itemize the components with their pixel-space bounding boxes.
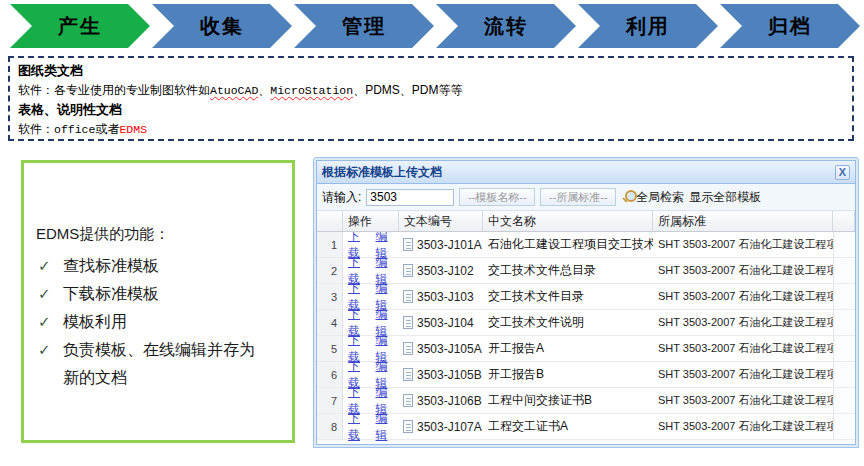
note-line: 图纸类文档 <box>18 61 844 81</box>
document-icon <box>403 368 413 381</box>
table-row[interactable]: 8下载编辑3503-J107A工程交工证书ASHT 3503-2007 石油化工… <box>317 414 855 440</box>
features-title: EDMS提供的功能： <box>36 225 282 244</box>
note-segment: 表格、说明性文档 <box>18 102 122 117</box>
template-name-filter[interactable]: --模板名称-- <box>459 188 535 206</box>
close-icon[interactable]: X <box>835 165 850 180</box>
search-input[interactable] <box>366 189 454 206</box>
document-code: 3503-J107A <box>417 420 482 434</box>
note-segment: 、PDMS、PDM等等 <box>353 83 462 97</box>
document-name: 交工技术文件总目录 <box>483 258 653 283</box>
process-step-label: 产生 <box>58 13 102 40</box>
process-step-1: 产生 <box>10 4 150 48</box>
check-icon: ✓ <box>38 308 51 336</box>
row-actions: 下载编辑 <box>343 414 399 439</box>
slide-root: 产生收集管理流转利用归档 图纸类文档软件：各专业使用的专业制图软件如AtuoCA… <box>0 0 864 466</box>
check-icon: ✓ <box>38 280 51 308</box>
document-standard: SHT 3503-2007 石油化工建设工程项目交工… <box>653 414 833 439</box>
document-code: 3503-J105B <box>417 368 482 382</box>
show-all-templates-button[interactable]: 显示全部模板 <box>689 189 761 206</box>
document-standard: SHT 3503-2007 石油化工建设工程项目交工… <box>653 232 833 257</box>
note-segment: office <box>54 123 95 136</box>
note-line: 软件：office或者EDMS <box>18 120 844 139</box>
note-segment: 图纸类文档 <box>18 63 83 78</box>
feature-item-label: 下载标准模板 <box>63 285 159 302</box>
document-icon <box>403 420 413 433</box>
process-step-3: 管理 <box>294 4 434 48</box>
check-icon: ✓ <box>38 336 51 364</box>
document-code-cell: 3503-J106B <box>399 388 483 413</box>
document-code-cell: 3503-J105B <box>399 362 483 387</box>
row-spacer <box>833 258 855 283</box>
document-code: 3503-J105A <box>417 342 482 356</box>
edms-features-box: EDMS提供的功能： ✓查找标准模板✓下载标准模板✓模板利用✓负责模板、在线编辑… <box>21 160 295 443</box>
document-code-cell: 3503-J104 <box>399 310 483 335</box>
note-segment: MicroStation <box>270 84 353 97</box>
process-step-6: 归档 <box>720 4 860 48</box>
document-code-cell: 3503-J102 <box>399 258 483 283</box>
row-number: 2 <box>317 258 343 283</box>
row-spacer <box>833 284 855 309</box>
document-icon <box>403 238 413 251</box>
column-header-spacer <box>833 211 855 231</box>
column-header[interactable]: 所属标准 <box>653 211 833 231</box>
note-segment: 软件： <box>18 122 54 136</box>
document-name: 交工技术文件目录 <box>483 284 653 309</box>
process-step-label: 归档 <box>768 13 812 40</box>
process-step-label: 管理 <box>342 13 386 40</box>
process-step-label: 流转 <box>484 13 528 40</box>
row-spacer <box>833 362 855 387</box>
process-step-4: 流转 <box>436 4 576 48</box>
global-search-label: 全局检索 <box>636 189 684 206</box>
document-icon <box>403 394 413 407</box>
document-standard: SHT 3503-2007 石油化工建设工程项目交工… <box>653 284 833 309</box>
process-step-5: 利用 <box>578 4 718 48</box>
process-step-label: 利用 <box>626 13 670 40</box>
search-label: 请输入: <box>322 189 361 206</box>
document-standard: SHT 3503-2007 石油化工建设工程项目交工… <box>653 310 833 335</box>
document-name: 交工技术文件说明 <box>483 310 653 335</box>
download-link[interactable]: 下载 <box>348 410 372 444</box>
note-line: 软件：各专业使用的专业制图软件如AtuoCAD、MicroStation、PDM… <box>18 81 844 100</box>
dialog-titlebar: 根据标准模板上传文档 X <box>317 161 855 184</box>
feature-item: ✓负责模板、在线编辑并存为新的文档 <box>36 336 270 392</box>
check-icon: ✓ <box>38 252 51 280</box>
document-code: 3503-J101A <box>417 238 482 252</box>
feature-item-label: 模板利用 <box>63 313 127 330</box>
note-segment: 软件：各专业使用的专业制图软件如 <box>18 83 210 97</box>
feature-item: ✓下载标准模板 <box>36 280 270 308</box>
document-code-cell: 3503-J107A <box>399 414 483 439</box>
document-types-note: 图纸类文档软件：各专业使用的专业制图软件如AtuoCAD、MicroStatio… <box>8 56 854 141</box>
global-search-button[interactable]: 全局检索 <box>621 189 684 206</box>
document-name: 工程中间交接证书B <box>483 388 653 413</box>
document-name: 开工报告B <box>483 362 653 387</box>
dialog-content: 根据标准模板上传文档 X 请输入: --模板名称-- --所属标准-- 全局检索… <box>316 160 856 445</box>
column-header[interactable]: 中文名称 <box>483 211 653 231</box>
row-spacer <box>833 414 855 439</box>
document-standard: SHT 3503-2007 石油化工建设工程项目交工… <box>653 258 833 283</box>
upload-dialog-window: 根据标准模板上传文档 X 请输入: --模板名称-- --所属标准-- 全局检索… <box>313 157 859 448</box>
table-header: 操作文本编号中文名称所属标准 <box>317 211 855 232</box>
edit-link[interactable]: 编辑 <box>376 410 400 444</box>
row-number: 4 <box>317 310 343 335</box>
document-standard: SHT 3503-2007 石油化工建设工程项目交工… <box>653 362 833 387</box>
document-code-cell: 3503-J103 <box>399 284 483 309</box>
row-number: 3 <box>317 284 343 309</box>
feature-item: ✓查找标准模板 <box>36 252 270 280</box>
document-name: 开工报告A <box>483 336 653 361</box>
features-list: ✓查找标准模板✓下载标准模板✓模板利用✓负责模板、在线编辑并存为新的文档 <box>36 252 270 392</box>
note-segment: 、 <box>258 83 270 97</box>
row-number: 7 <box>317 388 343 413</box>
feature-item: ✓模板利用 <box>36 308 270 336</box>
table-body: 1下载编辑3503-J101A石油化工建设工程项目交工技术文件封面ASHT 35… <box>317 232 855 444</box>
column-header[interactable]: 文本编号 <box>399 211 483 231</box>
document-name: 石油化工建设工程项目交工技术文件封面A <box>483 232 653 257</box>
dialog-title: 根据标准模板上传文档 <box>322 164 835 181</box>
row-spacer <box>833 388 855 413</box>
note-segment: EDMS <box>119 123 147 136</box>
row-number: 1 <box>317 232 343 257</box>
document-code: 3503-J106B <box>417 394 482 408</box>
standard-filter[interactable]: --所属标准-- <box>540 188 616 206</box>
document-icon <box>403 316 413 329</box>
column-header[interactable]: 操作 <box>343 211 399 231</box>
search-icon <box>621 190 635 204</box>
